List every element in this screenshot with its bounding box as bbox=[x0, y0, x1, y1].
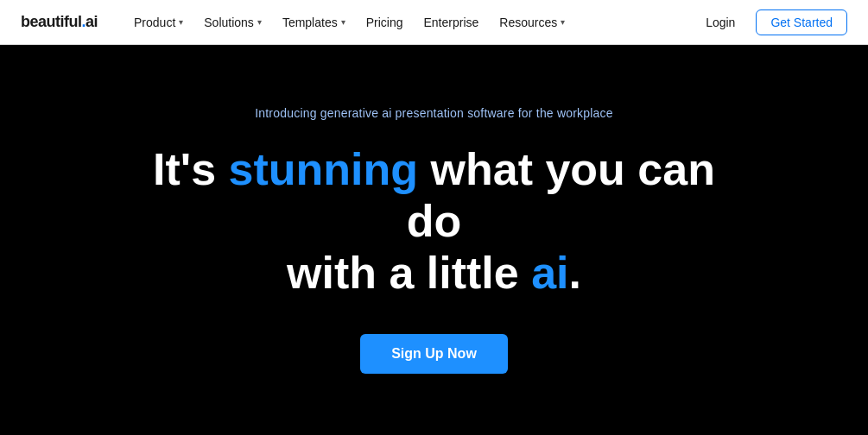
nav-label-enterprise: Enterprise bbox=[423, 16, 478, 29]
nav-label-resources: Resources bbox=[499, 16, 557, 29]
hero-title-highlight: stunning bbox=[229, 144, 419, 194]
nav-item-templates[interactable]: Templates ▾ bbox=[274, 10, 354, 35]
sign-up-button[interactable]: Sign Up Now bbox=[360, 334, 508, 374]
logo[interactable]: beautiful.ai bbox=[21, 13, 98, 31]
hero-title-period: . bbox=[569, 248, 581, 298]
hero-title-ai: ai bbox=[531, 248, 568, 298]
nav-label-templates: Templates bbox=[282, 16, 338, 29]
navbar: beautiful.ai Product ▾ Solutions ▾ Templ… bbox=[0, 0, 868, 45]
chevron-down-icon: ▾ bbox=[257, 17, 262, 27]
nav-item-solutions[interactable]: Solutions ▾ bbox=[195, 10, 270, 35]
nav-label-product: Product bbox=[134, 16, 175, 29]
nav-item-product[interactable]: Product ▾ bbox=[125, 10, 192, 35]
hero-title-part1: It's bbox=[153, 144, 229, 194]
login-button[interactable]: Login bbox=[695, 10, 745, 35]
logo-text-before: beautiful bbox=[21, 13, 82, 31]
nav-item-enterprise[interactable]: Enterprise bbox=[415, 10, 487, 35]
nav-item-pricing[interactable]: Pricing bbox=[358, 10, 412, 35]
chevron-down-icon: ▾ bbox=[341, 17, 345, 27]
logo-text-after: ai bbox=[86, 13, 98, 31]
chevron-down-icon: ▾ bbox=[561, 17, 565, 27]
hero-title: It's stunning what you can do with a lit… bbox=[132, 144, 737, 299]
nav-links: Product ▾ Solutions ▾ Templates ▾ Pricin… bbox=[125, 10, 695, 35]
nav-actions: Login Get Started bbox=[695, 9, 847, 35]
get-started-button[interactable]: Get Started bbox=[756, 9, 847, 35]
nav-label-solutions: Solutions bbox=[204, 16, 254, 29]
nav-label-pricing: Pricing bbox=[366, 16, 403, 29]
hero-section: Introducing generative ai presentation s… bbox=[0, 45, 868, 435]
chevron-down-icon: ▾ bbox=[179, 17, 183, 27]
hero-title-part3: with a little bbox=[287, 248, 531, 298]
hero-title-part2: what you can do bbox=[407, 144, 715, 246]
nav-item-resources[interactable]: Resources ▾ bbox=[491, 10, 573, 35]
hero-subtitle: Introducing generative ai presentation s… bbox=[255, 106, 613, 120]
